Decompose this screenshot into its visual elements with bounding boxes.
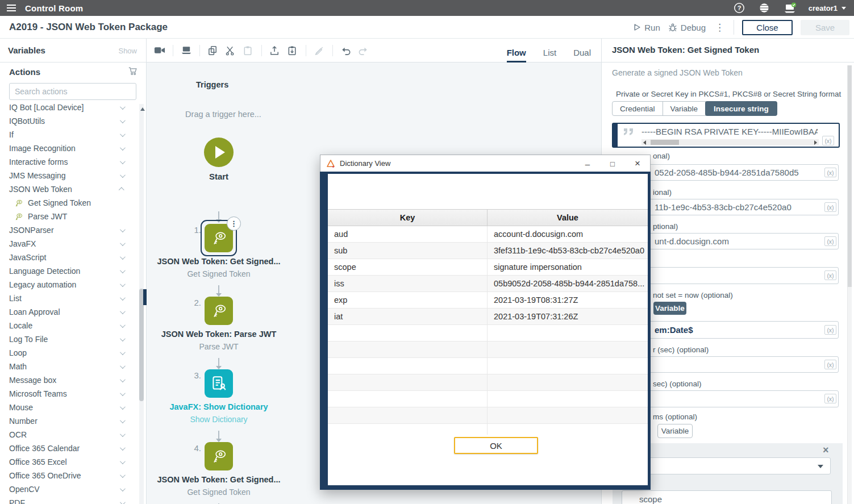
sidebar-item-office-365-excel[interactable]: Office 365 Excel xyxy=(0,455,139,469)
sidebar-item-office-365-onedrive[interactable]: Office 365 OneDrive xyxy=(0,469,139,482)
key-cell xyxy=(328,358,488,374)
sidebar-item-opencv[interactable]: OpenCV xyxy=(0,482,139,496)
expression-badge[interactable]: (x) xyxy=(824,325,836,335)
scroll-left-arrow-icon[interactable] xyxy=(643,140,646,145)
sidebar-item-iqbotutils[interactable]: IQBotUtils xyxy=(0,114,139,128)
sidebar-item-interactive-forms[interactable]: Interactive forms xyxy=(0,155,139,169)
scroll-up-arrow-icon[interactable] xyxy=(140,107,145,111)
sidebar-item-javascript[interactable]: JavaScript xyxy=(0,251,139,264)
bot-store-cart-icon[interactable] xyxy=(128,66,138,76)
sidebar-item-jsonparser[interactable]: JSONParser xyxy=(0,223,139,237)
disable-action-icon[interactable] xyxy=(313,45,326,56)
value-cell xyxy=(488,341,648,357)
sidebar-item-log-to-file[interactable]: Log To File xyxy=(0,332,139,346)
device-check-icon[interactable] xyxy=(784,2,795,14)
variable-mode-chip[interactable]: Variable xyxy=(657,424,693,438)
horizontal-scrollbar-thumb[interactable] xyxy=(651,140,679,145)
sidebar-subitem-get-signed-token[interactable]: Get Signed Token xyxy=(0,196,139,210)
help-icon[interactable]: ? xyxy=(734,2,745,14)
remove-claim-icon[interactable]: × xyxy=(823,444,829,456)
debug-button[interactable]: Debug xyxy=(668,23,706,32)
sidebar-item-office-365-calendar[interactable]: Office 365 Calendar xyxy=(0,441,139,455)
value-cell xyxy=(488,325,648,341)
sidebar-item-json-web-token[interactable]: JSON Web Token xyxy=(0,182,139,196)
minimize-icon[interactable]: – xyxy=(575,155,600,172)
save-button[interactable]: Save xyxy=(801,20,849,35)
right-panel-scrollbar-thumb[interactable] xyxy=(848,65,852,287)
scroll-right-arrow-icon[interactable] xyxy=(814,140,817,145)
sidebar-item-pdf[interactable]: PDF xyxy=(0,496,139,504)
step-title: JSON Web Token: Get Signed... xyxy=(148,475,290,484)
step-menu-button[interactable]: ⋮ xyxy=(227,216,241,231)
expression-badge[interactable]: (x) xyxy=(822,136,834,145)
expression-badge[interactable]: (x) xyxy=(824,202,836,212)
flow-step-javafx-show-dictionary[interactable] xyxy=(205,369,233,398)
share-icon[interactable] xyxy=(269,45,281,56)
paste-icon[interactable] xyxy=(242,45,255,56)
flow-step-json-web-token-get-signed[interactable] xyxy=(205,442,233,470)
expression-badge[interactable]: (x) xyxy=(824,236,836,246)
sidebar-item-locale[interactable]: Locale xyxy=(0,319,139,332)
sidebar-item-iq-bot-local-device[interactable]: IQ Bot [Local Device] xyxy=(0,104,139,114)
claim-name-input[interactable]: scope xyxy=(622,490,832,504)
expression-badge[interactable]: (x) xyxy=(824,168,836,177)
sidebar-item-list[interactable]: List xyxy=(0,291,139,305)
close-button[interactable]: Close xyxy=(742,20,793,35)
ok-button[interactable]: OK xyxy=(454,437,538,454)
key-mode-credential[interactable]: Credential xyxy=(613,102,663,115)
screen-capture-icon[interactable] xyxy=(180,45,193,56)
expression-badge[interactable]: (x) xyxy=(824,360,836,369)
cut-icon[interactable] xyxy=(224,45,237,56)
expression-badge[interactable]: (x) xyxy=(824,270,836,280)
sidebar-item-legacy-automation[interactable]: Legacy automation xyxy=(0,278,139,291)
sidebar-subitem-parse-jwt[interactable]: Parse JWT xyxy=(0,210,139,223)
sidebar-item-language-detection[interactable]: Language Detection xyxy=(0,264,139,278)
sidebar-item-ocr[interactable]: OCR xyxy=(0,428,139,441)
duplicate-icon[interactable] xyxy=(207,45,219,56)
close-icon[interactable]: × xyxy=(625,155,650,172)
dialog-titlebar[interactable]: Dictionary View – □ × xyxy=(320,155,651,172)
sidebar-item-loop[interactable]: Loop xyxy=(0,346,139,360)
sidebar-item-jms-messaging[interactable]: JMS Messaging xyxy=(0,169,139,182)
user-menu[interactable]: creator1 xyxy=(809,4,846,13)
maximize-icon[interactable]: □ xyxy=(600,155,625,172)
tab-flow[interactable]: Flow xyxy=(507,48,526,63)
tab-list[interactable]: List xyxy=(543,48,556,63)
horizontal-scrollbar[interactable] xyxy=(641,139,819,145)
flow-step-json-web-token-parse-jwt[interactable] xyxy=(205,297,233,325)
redo-icon[interactable] xyxy=(357,45,370,56)
sidebar-scrollbar-thumb[interactable] xyxy=(139,289,144,401)
key-mode-variable[interactable]: Variable xyxy=(663,102,706,115)
sidebar-item-message-box[interactable]: Message box xyxy=(0,373,139,387)
run-button[interactable]: Run xyxy=(632,23,660,32)
claim-type-dropdown[interactable] xyxy=(622,457,831,474)
globe-icon[interactable] xyxy=(759,2,770,14)
sidebar-item-image-recognition[interactable]: Image Recognition xyxy=(0,141,139,155)
start-node[interactable] xyxy=(204,138,234,167)
private-key-field[interactable]: -----BEGIN RSA PRIVATE KEY-----MIIEowIBA… xyxy=(612,123,840,148)
chevron-down-icon xyxy=(120,390,126,396)
sidebar-item-math[interactable]: Math xyxy=(0,360,139,373)
key-cell: sub xyxy=(328,243,488,259)
variable-mode-chip[interactable]: Variable xyxy=(653,302,686,315)
private-key-value[interactable]: -----BEGIN RSA PRIVATE KEY-----MIIEowIBA… xyxy=(641,127,818,136)
search-input[interactable] xyxy=(9,83,136,100)
value-cell xyxy=(488,374,648,390)
sidebar-item-if[interactable]: If xyxy=(0,128,139,141)
paste-into-icon[interactable] xyxy=(286,45,299,56)
record-icon[interactable] xyxy=(153,45,166,56)
sidebar-item-microsoft-teams[interactable]: Microsoft Teams xyxy=(0,387,139,401)
undo-icon[interactable] xyxy=(340,45,352,56)
tab-dual[interactable]: Dual xyxy=(573,48,591,63)
sidebar-item-javafx[interactable]: JavaFX xyxy=(0,237,139,251)
canvas-scrollbar-thumb[interactable] xyxy=(143,289,147,305)
sidebar-item-loan-approval[interactable]: Loan Approval xyxy=(0,305,139,319)
key-mode-insecure-string[interactable]: Insecure string xyxy=(705,101,777,116)
more-options-icon[interactable]: ⋮ xyxy=(714,22,726,34)
sidebar-item-number[interactable]: Number xyxy=(0,414,139,428)
sidebar-item-mouse[interactable]: Mouse xyxy=(0,401,139,414)
hamburger-menu-icon[interactable] xyxy=(7,5,16,6)
variables-show-link[interactable]: Show xyxy=(118,47,137,55)
toolbar-divider xyxy=(173,45,173,56)
expression-badge[interactable]: (x) xyxy=(824,394,836,403)
